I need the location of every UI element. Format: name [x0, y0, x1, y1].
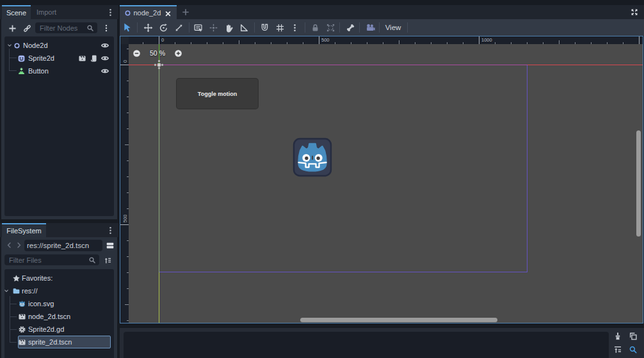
filter-lines-icon	[613, 345, 622, 354]
camera-override-button[interactable]	[362, 20, 378, 35]
instance-scene-button[interactable]	[21, 22, 33, 34]
eye-icon	[101, 54, 109, 63]
rotate-icon	[159, 23, 168, 33]
rotate-tool-button[interactable]	[156, 20, 171, 35]
filter-files-placeholder: Filter Files	[4, 256, 88, 264]
output-log-area[interactable]	[124, 332, 609, 358]
select-tool-button[interactable]	[120, 20, 135, 35]
scene-tree: Node2d Sprite2d Butt	[4, 36, 114, 216]
visibility-toggle[interactable]	[100, 40, 110, 51]
scene-toggle-motion-button[interactable]: Toggle motion	[176, 78, 259, 109]
tab-filesystem-label: FileSystem	[6, 227, 41, 235]
origin-gizmo	[154, 60, 163, 69]
scene-dock-menu-button[interactable]	[105, 7, 115, 17]
left-dock: Scene Import Filter Nodes	[0, 0, 118, 358]
scene-dock-tabbar: Scene Import	[0, 5, 118, 19]
distraction-free-button[interactable]	[629, 7, 640, 17]
clear-output-button[interactable]	[612, 331, 624, 342]
view-menu-button[interactable]: View	[382, 20, 405, 35]
smart-snap-button[interactable]	[257, 20, 272, 35]
zoom-percent[interactable]: 50 %	[147, 49, 168, 57]
snap-options-button[interactable]	[287, 20, 302, 35]
godot-sprite[interactable]	[292, 137, 333, 178]
pan-tool-button[interactable]	[221, 20, 236, 35]
file-label-sprite2d-gd: Sprite2d.gd	[28, 325, 64, 333]
lock-selected-button[interactable]	[307, 20, 323, 35]
group-selected-button[interactable]	[323, 20, 338, 35]
toggle-split-mode-button[interactable]	[104, 240, 116, 251]
vertical-scrollbar[interactable]	[636, 130, 641, 237]
tree-row-res-root[interactable]: res://	[4, 284, 114, 297]
tab-scene[interactable]: Scene	[2, 5, 31, 19]
new-scene-tab-button[interactable]	[181, 7, 191, 17]
collapse-arrow-icon[interactable]	[3, 288, 10, 294]
tree-row-icon-svg[interactable]: icon.svg	[4, 297, 114, 310]
zoom-out-button[interactable]	[133, 49, 141, 58]
tree-row-favorites[interactable]: Favorites:	[4, 272, 114, 284]
pan-hand-icon	[224, 23, 234, 33]
tree-row-node2d[interactable]: Node2d	[4, 39, 114, 52]
scene-tree-menu-button[interactable]	[101, 22, 112, 34]
visibility-toggle[interactable]	[100, 53, 110, 63]
move-tool-button[interactable]	[140, 20, 156, 35]
tab-import[interactable]: Import	[36, 8, 56, 16]
search-icon	[86, 24, 94, 32]
scene-dock-panel: Filter Nodes Node2d Sprite2d	[1, 19, 117, 219]
tree-label-button: Button	[28, 67, 49, 75]
view-menu-label: View	[385, 24, 401, 31]
history-back-button[interactable]	[4, 240, 14, 250]
plus-icon	[8, 24, 17, 33]
history-forward-button[interactable]	[13, 240, 24, 250]
bone-icon	[346, 23, 355, 33]
skeleton-options-button[interactable]	[342, 20, 358, 35]
grid-snap-icon	[275, 23, 285, 33]
current-path-value: res://sprite_2d.tscn	[24, 242, 102, 249]
collapse-arrow-icon[interactable]	[6, 42, 13, 49]
ruler-tool-button[interactable]	[236, 20, 252, 35]
res-root-label: res://	[22, 287, 37, 295]
y-axis-line-overlap	[159, 65, 160, 272]
visibility-toggle[interactable]	[100, 66, 110, 76]
search-output-button[interactable]	[627, 344, 639, 355]
canvas-view[interactable]: Toggle motion 50 %	[129, 44, 643, 323]
attached-script-button[interactable]	[88, 53, 99, 63]
file-label-node2d-tscn: node_2d.tscn	[28, 313, 70, 320]
chain-link-icon	[22, 24, 32, 33]
scene-tab-node2d[interactable]: node_2d	[120, 5, 177, 19]
zoom-out-icon	[133, 49, 141, 58]
tree-row-node2d-tscn[interactable]: node_2d.tscn	[4, 310, 114, 323]
movie-maker-badge[interactable]	[77, 53, 87, 63]
kebab-menu-icon	[106, 8, 115, 17]
list-select-tool-button[interactable]	[190, 20, 205, 35]
horizontal-ruler: 0 500 1000	[129, 36, 643, 44]
file-tree: Favorites: res:// icon.svg node_2d.tscn …	[4, 269, 114, 358]
eye-icon	[101, 66, 109, 75]
scale-tool-button[interactable]	[171, 20, 186, 35]
tab-filesystem[interactable]: FileSystem	[2, 223, 46, 237]
lock-icon	[310, 23, 320, 33]
filter-files-input[interactable]: Filter Files	[4, 254, 99, 265]
select-arrow-icon	[122, 22, 133, 33]
group-icon	[326, 23, 335, 33]
grid-snap-button[interactable]	[272, 20, 287, 35]
move-icon	[143, 23, 153, 33]
copy-output-button[interactable]	[627, 331, 639, 342]
zoom-in-button[interactable]	[174, 49, 182, 58]
close-tab-button[interactable]	[163, 8, 173, 19]
horizontal-scrollbar[interactable]	[300, 318, 497, 322]
add-node-button[interactable]	[6, 22, 18, 34]
tree-row-sprite2d[interactable]: Sprite2d	[4, 52, 114, 65]
tree-label-sprite2d: Sprite2d	[28, 54, 54, 62]
tree-row-sprite2d-gd[interactable]: Sprite2d.gd	[4, 323, 114, 336]
ruler-label-500: 500	[321, 37, 330, 43]
tree-row-sprite2d-tscn[interactable]: sprite_2d.tscn	[4, 336, 114, 348]
filter-nodes-input[interactable]: Filter Nodes	[35, 22, 97, 33]
filesystem-dock-menu-button[interactable]	[105, 225, 115, 235]
file-sort-button[interactable]	[102, 254, 113, 266]
current-path-field[interactable]: res://sprite_2d.tscn	[24, 240, 102, 251]
collapse-duplicates-button[interactable]	[612, 344, 624, 355]
tree-row-button[interactable]: Button	[4, 65, 114, 77]
kebab-menu-icon	[290, 23, 300, 33]
pivot-tool-button[interactable]	[205, 20, 221, 35]
ruler-label-1000: 1000	[481, 37, 492, 43]
